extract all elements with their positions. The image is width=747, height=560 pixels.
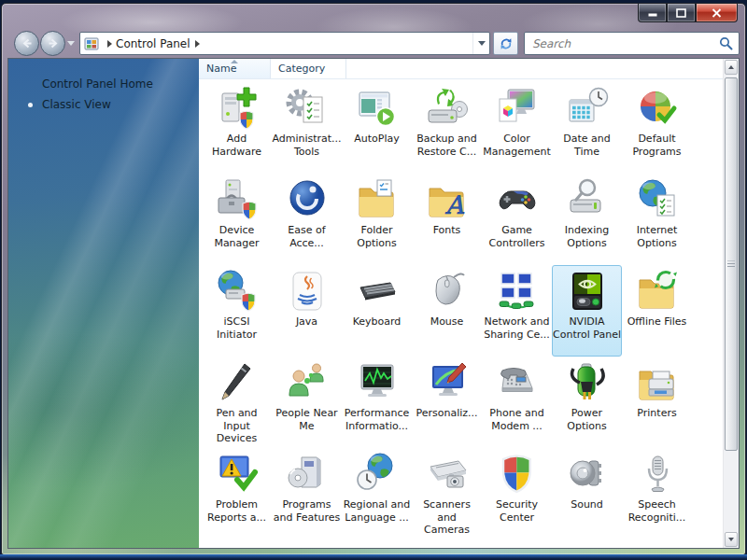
recent-pages-dropdown[interactable]	[67, 41, 75, 46]
control-panel-item-welcome-center-partial[interactable]	[622, 539, 692, 548]
control-panel-item-nvidia-control-panel[interactable]: NVIDIA Control Panel	[552, 265, 622, 357]
control-panel-item-device-manager[interactable]: Device Manager	[202, 174, 272, 265]
column-header-category[interactable]: Category	[271, 59, 346, 78]
item-label: Date and Time	[553, 133, 621, 158]
search-box[interactable]	[524, 32, 740, 55]
control-panel-item-personalization[interactable]: Personaliz...	[412, 357, 482, 448]
sync-center-icon	[215, 543, 260, 548]
control-panel-item-performance-information[interactable]: Performance Informatio...	[342, 357, 412, 448]
item-label: Problem Reports a...	[203, 498, 271, 524]
items-grid: Add HardwareAdministrat... ToolsAutoPlay…	[199, 79, 723, 548]
control-panel-item-pen-input-devices[interactable]: Pen and Input Devices	[202, 357, 272, 448]
keyboard-icon	[355, 269, 400, 314]
maximize-button[interactable]	[667, 4, 696, 22]
breadcrumb-root[interactable]: Control Panel	[116, 37, 190, 50]
control-panel-item-administrative-tools[interactable]: Administrat... Tools	[272, 82, 342, 174]
breadcrumb-arrow-icon[interactable]	[106, 40, 112, 48]
add-hardware-icon	[215, 86, 260, 131]
triangle-up-icon	[728, 65, 734, 69]
control-panel-item-regional-language[interactable]: Regional and Language ...	[342, 448, 412, 539]
scroll-down-button[interactable]	[725, 532, 738, 547]
vertical-scrollbar[interactable]	[723, 59, 739, 548]
sidebar-item-classic-view[interactable]: Classic View	[8, 94, 199, 115]
taskbar-edge	[0, 554, 747, 560]
control-panel-item-printers[interactable]: Printers	[622, 357, 692, 448]
control-panel-item-color-management[interactable]: Color Management	[482, 82, 552, 174]
personalization-icon	[425, 360, 470, 405]
item-label: Indexing Options	[553, 224, 621, 249]
control-panel-item-problem-reports[interactable]: Problem Reports a...	[202, 448, 272, 539]
item-label: Add Hardware	[203, 133, 271, 158]
control-panel-item-people-near-me[interactable]: People Near Me	[272, 357, 342, 448]
control-panel-item-internet-options[interactable]: Internet Options	[622, 174, 692, 265]
control-panel-item-add-hardware[interactable]: Add Hardware	[202, 82, 272, 174]
item-label: Ease of Acce...	[273, 224, 341, 249]
control-panel-item-keyboard[interactable]: Keyboard	[342, 265, 412, 357]
item-label: Sound	[571, 498, 603, 511]
control-panel-item-user-profiles-partial[interactable]	[552, 539, 622, 548]
sound-icon	[565, 452, 610, 497]
autoplay-icon	[355, 86, 400, 131]
control-panel-item-scanners-cameras[interactable]: Scanners and Cameras	[412, 448, 482, 539]
offline-files-icon	[635, 269, 680, 314]
sidebar-item-control-panel-home[interactable]: Control Panel Home	[8, 74, 199, 94]
item-label: Pen and Input Devices	[203, 407, 271, 445]
control-panel-item-sound[interactable]: Sound	[552, 448, 622, 539]
user-accounts-icon	[495, 543, 540, 548]
control-panel-item-backup-restore[interactable]: Backup and Restore C...	[412, 82, 482, 174]
control-panel-item-system-partial[interactable]	[272, 539, 342, 548]
item-label: Administrat... Tools	[272, 133, 341, 158]
user-profiles-icon	[565, 543, 610, 548]
item-label: Programs and Features	[273, 498, 341, 524]
item-label: AutoPlay	[354, 133, 399, 146]
control-panel-item-power-options[interactable]: Power Options	[552, 357, 622, 448]
item-label: Default Programs	[623, 133, 691, 158]
control-panel-item-network-sharing-center[interactable]: Network and Sharing Ce...	[482, 265, 552, 357]
control-panel-item-taskbar-start-menu-partial[interactable]	[412, 539, 482, 548]
control-panel-item-speech-recognition[interactable]: Speech Recogniti...	[622, 448, 692, 539]
close-button[interactable]	[696, 4, 738, 22]
control-panel-item-indexing-options[interactable]: Indexing Options	[552, 174, 622, 265]
control-panel-item-tablet-pc-settings-partial[interactable]	[342, 539, 412, 548]
scrollbar-thumb[interactable]	[725, 77, 738, 451]
control-panel-item-autoplay[interactable]: AutoPlay	[342, 82, 412, 174]
date-time-icon	[565, 86, 610, 131]
control-panel-item-ease-of-access[interactable]: Ease of Acce...	[272, 174, 342, 265]
control-panel-item-java[interactable]: Java	[272, 265, 342, 357]
sidebar-item-label: Classic View	[42, 98, 111, 111]
refresh-button[interactable]	[493, 32, 518, 55]
iscsi-initiator-icon	[215, 269, 260, 314]
control-panel-item-security-center[interactable]: Security Center	[482, 448, 552, 539]
control-panel-item-mouse[interactable]: Mouse	[412, 265, 482, 357]
item-label: Java	[296, 315, 317, 329]
control-panel-item-default-programs[interactable]: Default Programs	[622, 82, 692, 174]
search-input[interactable]	[530, 36, 719, 51]
column-header-label: Name	[206, 63, 236, 75]
mouse-icon	[425, 269, 470, 314]
control-panel-item-date-time[interactable]: Date and Time	[552, 82, 622, 174]
search-icon[interactable]	[719, 36, 733, 50]
column-header-name[interactable]: Name	[199, 59, 271, 78]
address-bar[interactable]: Control Panel	[79, 32, 490, 55]
control-panel-item-folder-options[interactable]: Folder Options	[342, 174, 412, 265]
nvidia-control-panel-icon	[565, 269, 610, 314]
fonts-icon: A	[425, 177, 470, 222]
control-panel-item-sync-center-partial[interactable]	[202, 539, 272, 548]
control-panel-item-game-controllers[interactable]: Game Controllers	[482, 174, 552, 265]
control-panel-item-user-accounts-partial[interactable]	[482, 539, 552, 548]
back-button[interactable]	[14, 31, 39, 56]
forward-button[interactable]	[40, 31, 65, 56]
minimize-button[interactable]	[638, 4, 667, 22]
scroll-up-button[interactable]	[725, 60, 738, 75]
item-label: Backup and Restore C...	[413, 133, 481, 158]
control-panel-item-iscsi-initiator[interactable]: iSCSI Initiator	[202, 265, 272, 357]
control-panel-item-programs-features[interactable]: Programs and Features	[272, 448, 342, 539]
maximize-icon	[676, 8, 686, 18]
control-panel-item-phone-modem[interactable]: Phone and Modem ...	[482, 357, 552, 448]
control-panel-item-offline-files[interactable]: Offline Files	[622, 265, 692, 357]
refresh-icon	[499, 36, 514, 51]
breadcrumb-arrow-icon[interactable]	[194, 40, 200, 48]
address-history-dropdown[interactable]	[472, 33, 489, 54]
control-panel-item-fonts[interactable]: AFonts	[412, 174, 482, 265]
item-label: Power Options	[553, 407, 621, 432]
